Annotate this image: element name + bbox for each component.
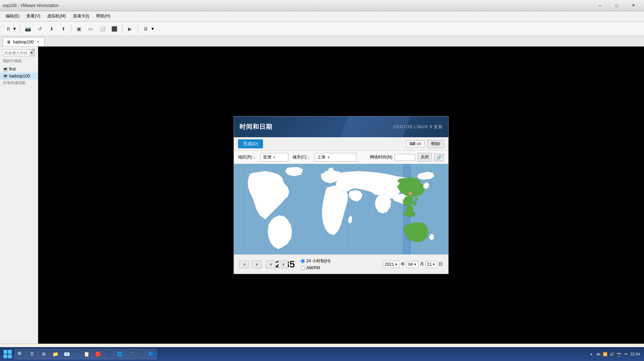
taskbar-item-chrome[interactable]: 🔵 xyxy=(146,349,156,359)
date-selectors: 2021 ▼ 年 04 ▼ 月 21 ▼ 日 xyxy=(383,261,443,268)
vm-icon-first: 💻 xyxy=(3,67,8,72)
suspend-button[interactable]: ⬇ xyxy=(46,23,57,34)
menu-help[interactable]: 帮助(H) xyxy=(93,12,113,20)
settings-button[interactable]: 🖥 xyxy=(140,23,151,34)
sidebar-search-input[interactable] xyxy=(3,49,29,56)
taskbar-item-browser[interactable]: 🌐 xyxy=(114,349,125,359)
terminal-button[interactable]: ▶ xyxy=(125,23,136,34)
toolbar: ⏸ ▼ 📷 ↺ ⬇ ⬆ ▣ ▭ ⬜ ⬛ ▶ 🖥 ▼ xyxy=(0,22,644,36)
spinner-row-up: ∧ ∧ xyxy=(239,261,262,268)
snapshot-button[interactable]: 📷 xyxy=(23,23,34,34)
world-map-svg[interactable] xyxy=(234,164,448,254)
app1-icon: 📋 xyxy=(84,351,90,357)
revert-button[interactable]: ↺ xyxy=(34,23,45,34)
format-24h-radio[interactable] xyxy=(300,259,305,263)
region-bar: 地区(R)： 亚洲 ▼ 城市(C)： 上海 ▼ 网络时间(N) 关闭 🔗 xyxy=(234,151,448,164)
edge-icon: e xyxy=(75,351,78,357)
tab-close-button[interactable]: × xyxy=(36,40,41,44)
systray-camera-icon: 📷 xyxy=(616,351,622,357)
region-label: 地区(R)： xyxy=(238,154,256,160)
taskbar-cortana-button[interactable]: ☰ xyxy=(26,349,37,359)
taskbar-item-excel[interactable]: X xyxy=(137,349,145,359)
taskbar-item-word[interactable]: W xyxy=(104,349,113,359)
day-arrow-icon: ▼ xyxy=(432,263,435,266)
key-button[interactable]: 🔗 xyxy=(434,154,444,161)
year-value: 2021 xyxy=(385,262,394,267)
sidebar-item-first-label: first xyxy=(9,67,16,72)
centos-installer-window: 时间和日期 CENTOS LINUX 8 安装 完成(D) ⌨ cn 帮助! xyxy=(234,116,449,274)
menu-view[interactable]: 查看(V) xyxy=(24,12,43,20)
centos-help-button[interactable]: 帮助! xyxy=(427,140,444,148)
menu-vm[interactable]: 虚拟机(M) xyxy=(44,12,69,20)
spinner-row-down: ∨ ∨ xyxy=(266,261,288,268)
menu-tab[interactable]: 选项卡(I) xyxy=(70,12,92,20)
network-input[interactable] xyxy=(395,154,415,161)
centos-lang-box: ⌨ cn xyxy=(406,140,424,147)
sidebar-close-button[interactable]: × xyxy=(31,47,36,53)
chrome-icon: 🔵 xyxy=(148,351,154,357)
centos-lang-area: ⌨ cn 帮助! xyxy=(406,140,444,148)
sidebar-item-hadoop100[interactable]: 💻 hadoop100 xyxy=(0,73,38,80)
lang-code: cn xyxy=(417,141,421,146)
time-spinners-down: ∨ ∨ xyxy=(266,261,288,268)
explorer-icon: 📁 xyxy=(52,351,58,357)
format-ampm-radio[interactable] xyxy=(300,266,305,270)
min-up-button[interactable]: ∧ xyxy=(252,261,262,268)
hour-up-button[interactable]: ∧ xyxy=(239,261,249,268)
normal-view[interactable]: ▣ xyxy=(74,23,85,34)
month-arrow-icon: ▼ xyxy=(414,263,417,266)
maximize-button[interactable]: □ xyxy=(609,1,625,10)
month-dropdown[interactable]: 04 ▼ xyxy=(406,261,418,268)
sidebar-item-hadoop100-label: hadoop100 xyxy=(9,74,30,79)
network-off-button[interactable]: 关闭 xyxy=(417,153,432,162)
region-dropdown[interactable]: 亚洲 ▼ xyxy=(261,153,288,162)
centos-toolbar: 完成(D) ⌨ cn 帮助! xyxy=(234,137,448,151)
win-clock[interactable]: 22:34 xyxy=(630,352,640,356)
svg-point-23 xyxy=(409,193,411,194)
taskbar-item-explorer[interactable]: 📁 xyxy=(50,349,61,359)
systray-network-icon[interactable]: 📶 xyxy=(602,351,608,357)
start-button[interactable] xyxy=(1,348,14,360)
toolbar-sep-3 xyxy=(122,25,122,33)
sidebar-item-first[interactable]: 💻 first xyxy=(0,66,38,73)
region-value: 亚洲 xyxy=(263,154,271,160)
taskbar-task-view[interactable]: ⊞ xyxy=(38,349,49,359)
time-spinners: ∧ ∧ xyxy=(239,261,262,268)
minimize-button[interactable]: ─ xyxy=(592,1,608,10)
menu-edit[interactable]: 编辑(E) xyxy=(3,12,22,20)
hour-down-button[interactable]: ∨ xyxy=(266,261,276,268)
close-button[interactable]: ✕ xyxy=(625,1,641,10)
taskbar-item-mail[interactable]: 📧 xyxy=(61,349,72,359)
vm-display[interactable]: 时间和日期 CENTOS LINUX 8 安装 完成(D) ⌨ cn 帮助! xyxy=(38,47,644,344)
city-dropdown[interactable]: 上海 ▼ xyxy=(315,153,356,162)
map-container[interactable] xyxy=(234,164,448,254)
year-arrow-icon: ▼ xyxy=(395,263,398,266)
taskbar-item-edge[interactable]: e xyxy=(73,349,80,359)
mail-icon: 📧 xyxy=(64,351,70,357)
min-down-button[interactable]: ∨ xyxy=(278,261,288,268)
day-label: 日 xyxy=(439,261,443,267)
vm-tab-hadoop100[interactable]: 🖥 hadoop100 × xyxy=(3,37,44,46)
centos-done-button[interactable]: 完成(D) xyxy=(238,139,263,148)
unity-view[interactable]: ⬜ xyxy=(97,23,108,34)
day-dropdown[interactable]: 21 ▼ xyxy=(425,261,437,268)
month-label: 月 xyxy=(420,261,424,267)
taskbar-item-app1[interactable]: 📋 xyxy=(81,349,92,359)
full-view[interactable]: ▭ xyxy=(85,23,96,34)
title-bar: oop100 - VMware Workstation ─ □ ✕ xyxy=(0,0,644,11)
year-dropdown[interactable]: 2021 ▼ xyxy=(383,261,400,268)
city-value: 上海 xyxy=(317,154,325,160)
format-ampm-label: AM/PM xyxy=(306,265,320,270)
format-24h-row: 24 小时制(H) xyxy=(300,258,330,264)
excel-icon: X xyxy=(139,351,143,357)
taskbar-search-button[interactable]: 🔍 xyxy=(15,349,26,359)
taskbar-item-music[interactable]: 🎵 xyxy=(126,349,136,359)
compact-view[interactable]: ⬛ xyxy=(109,23,120,34)
region-arrow-icon: ▼ xyxy=(273,156,276,159)
resume-button[interactable]: ⬆ xyxy=(58,23,69,34)
systray-volume-icon[interactable]: 🔊 xyxy=(609,351,615,357)
time-format-area: 24 小时制(H) AM/PM xyxy=(300,258,330,270)
systray-up-arrow[interactable]: ∧ xyxy=(588,351,594,357)
taskbar-item-app2[interactable]: 🔴 xyxy=(93,349,103,359)
browser-icon: 🌐 xyxy=(117,351,122,357)
